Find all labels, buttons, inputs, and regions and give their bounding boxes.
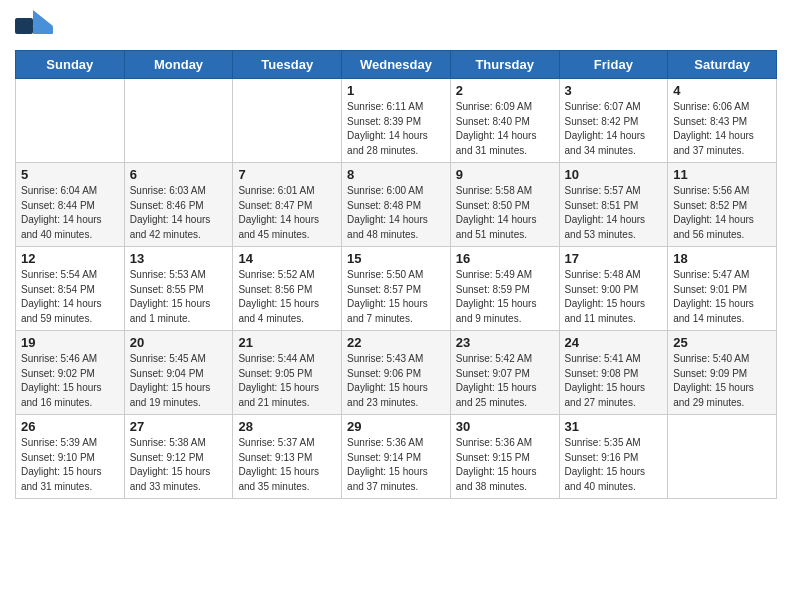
- day-number: 27: [130, 419, 228, 434]
- day-info: Sunrise: 5:43 AMSunset: 9:06 PMDaylight:…: [347, 352, 445, 410]
- day-number: 28: [238, 419, 336, 434]
- day-number: 20: [130, 335, 228, 350]
- day-info: Sunrise: 5:38 AMSunset: 9:12 PMDaylight:…: [130, 436, 228, 494]
- day-info: Sunrise: 6:09 AMSunset: 8:40 PMDaylight:…: [456, 100, 554, 158]
- header-wednesday: Wednesday: [342, 51, 451, 79]
- day-number: 29: [347, 419, 445, 434]
- day-number: 11: [673, 167, 771, 182]
- day-number: 18: [673, 251, 771, 266]
- day-number: 21: [238, 335, 336, 350]
- day-number: 2: [456, 83, 554, 98]
- day-number: 10: [565, 167, 663, 182]
- calendar-day-26: 26Sunrise: 5:39 AMSunset: 9:10 PMDayligh…: [16, 415, 125, 499]
- day-info: Sunrise: 5:50 AMSunset: 8:57 PMDaylight:…: [347, 268, 445, 326]
- day-info: Sunrise: 5:53 AMSunset: 8:55 PMDaylight:…: [130, 268, 228, 326]
- day-number: 15: [347, 251, 445, 266]
- calendar-day-20: 20Sunrise: 5:45 AMSunset: 9:04 PMDayligh…: [124, 331, 233, 415]
- day-info: Sunrise: 5:36 AMSunset: 9:15 PMDaylight:…: [456, 436, 554, 494]
- day-info: Sunrise: 5:54 AMSunset: 8:54 PMDaylight:…: [21, 268, 119, 326]
- calendar-day-24: 24Sunrise: 5:41 AMSunset: 9:08 PMDayligh…: [559, 331, 668, 415]
- day-number: 19: [21, 335, 119, 350]
- day-number: 5: [21, 167, 119, 182]
- day-info: Sunrise: 6:11 AMSunset: 8:39 PMDaylight:…: [347, 100, 445, 158]
- day-number: 26: [21, 419, 119, 434]
- day-number: 9: [456, 167, 554, 182]
- day-info: Sunrise: 5:49 AMSunset: 8:59 PMDaylight:…: [456, 268, 554, 326]
- calendar-day-31: 31Sunrise: 5:35 AMSunset: 9:16 PMDayligh…: [559, 415, 668, 499]
- day-info: Sunrise: 5:48 AMSunset: 9:00 PMDaylight:…: [565, 268, 663, 326]
- calendar-table: SundayMondayTuesdayWednesdayThursdayFrid…: [15, 50, 777, 499]
- header-friday: Friday: [559, 51, 668, 79]
- day-info: Sunrise: 5:40 AMSunset: 9:09 PMDaylight:…: [673, 352, 771, 410]
- calendar-day-19: 19Sunrise: 5:46 AMSunset: 9:02 PMDayligh…: [16, 331, 125, 415]
- day-number: 30: [456, 419, 554, 434]
- day-info: Sunrise: 6:06 AMSunset: 8:43 PMDaylight:…: [673, 100, 771, 158]
- day-number: 24: [565, 335, 663, 350]
- calendar-day-17: 17Sunrise: 5:48 AMSunset: 9:00 PMDayligh…: [559, 247, 668, 331]
- day-info: Sunrise: 5:57 AMSunset: 8:51 PMDaylight:…: [565, 184, 663, 242]
- calendar-day-22: 22Sunrise: 5:43 AMSunset: 9:06 PMDayligh…: [342, 331, 451, 415]
- calendar-day-4: 4Sunrise: 6:06 AMSunset: 8:43 PMDaylight…: [668, 79, 777, 163]
- day-number: 17: [565, 251, 663, 266]
- day-number: 4: [673, 83, 771, 98]
- header-saturday: Saturday: [668, 51, 777, 79]
- calendar-day-29: 29Sunrise: 5:36 AMSunset: 9:14 PMDayligh…: [342, 415, 451, 499]
- calendar-day-2: 2Sunrise: 6:09 AMSunset: 8:40 PMDaylight…: [450, 79, 559, 163]
- day-info: Sunrise: 5:46 AMSunset: 9:02 PMDaylight:…: [21, 352, 119, 410]
- day-info: Sunrise: 5:37 AMSunset: 9:13 PMDaylight:…: [238, 436, 336, 494]
- calendar-day-3: 3Sunrise: 6:07 AMSunset: 8:42 PMDaylight…: [559, 79, 668, 163]
- day-info: Sunrise: 5:36 AMSunset: 9:14 PMDaylight:…: [347, 436, 445, 494]
- day-info: Sunrise: 6:00 AMSunset: 8:48 PMDaylight:…: [347, 184, 445, 242]
- calendar-day-16: 16Sunrise: 5:49 AMSunset: 8:59 PMDayligh…: [450, 247, 559, 331]
- day-number: 23: [456, 335, 554, 350]
- header-thursday: Thursday: [450, 51, 559, 79]
- day-number: 8: [347, 167, 445, 182]
- day-info: Sunrise: 6:04 AMSunset: 8:44 PMDaylight:…: [21, 184, 119, 242]
- calendar-day-21: 21Sunrise: 5:44 AMSunset: 9:05 PMDayligh…: [233, 331, 342, 415]
- calendar-day-7: 7Sunrise: 6:01 AMSunset: 8:47 PMDaylight…: [233, 163, 342, 247]
- calendar-day-18: 18Sunrise: 5:47 AMSunset: 9:01 PMDayligh…: [668, 247, 777, 331]
- day-number: 6: [130, 167, 228, 182]
- calendar-day-15: 15Sunrise: 5:50 AMSunset: 8:57 PMDayligh…: [342, 247, 451, 331]
- day-info: Sunrise: 5:41 AMSunset: 9:08 PMDaylight:…: [565, 352, 663, 410]
- day-info: Sunrise: 5:39 AMSunset: 9:10 PMDaylight:…: [21, 436, 119, 494]
- day-number: 31: [565, 419, 663, 434]
- day-number: 7: [238, 167, 336, 182]
- calendar-day-6: 6Sunrise: 6:03 AMSunset: 8:46 PMDaylight…: [124, 163, 233, 247]
- calendar-week-4: 19Sunrise: 5:46 AMSunset: 9:02 PMDayligh…: [16, 331, 777, 415]
- svg-marker-1: [33, 10, 53, 26]
- day-info: Sunrise: 6:07 AMSunset: 8:42 PMDaylight:…: [565, 100, 663, 158]
- calendar-day-10: 10Sunrise: 5:57 AMSunset: 8:51 PMDayligh…: [559, 163, 668, 247]
- calendar-day-13: 13Sunrise: 5:53 AMSunset: 8:55 PMDayligh…: [124, 247, 233, 331]
- day-info: Sunrise: 6:03 AMSunset: 8:46 PMDaylight:…: [130, 184, 228, 242]
- empty-cell: [668, 415, 777, 499]
- day-number: 1: [347, 83, 445, 98]
- day-info: Sunrise: 5:44 AMSunset: 9:05 PMDaylight:…: [238, 352, 336, 410]
- svg-rect-0: [15, 18, 33, 34]
- calendar-week-1: 1Sunrise: 6:11 AMSunset: 8:39 PMDaylight…: [16, 79, 777, 163]
- empty-cell: [233, 79, 342, 163]
- calendar-day-28: 28Sunrise: 5:37 AMSunset: 9:13 PMDayligh…: [233, 415, 342, 499]
- calendar-day-5: 5Sunrise: 6:04 AMSunset: 8:44 PMDaylight…: [16, 163, 125, 247]
- calendar-day-30: 30Sunrise: 5:36 AMSunset: 9:15 PMDayligh…: [450, 415, 559, 499]
- day-number: 3: [565, 83, 663, 98]
- header-monday: Monday: [124, 51, 233, 79]
- calendar-day-1: 1Sunrise: 6:11 AMSunset: 8:39 PMDaylight…: [342, 79, 451, 163]
- calendar-header-row: SundayMondayTuesdayWednesdayThursdayFrid…: [16, 51, 777, 79]
- day-number: 14: [238, 251, 336, 266]
- day-number: 16: [456, 251, 554, 266]
- day-info: Sunrise: 5:42 AMSunset: 9:07 PMDaylight:…: [456, 352, 554, 410]
- logo: [15, 10, 57, 42]
- day-info: Sunrise: 5:56 AMSunset: 8:52 PMDaylight:…: [673, 184, 771, 242]
- empty-cell: [124, 79, 233, 163]
- empty-cell: [16, 79, 125, 163]
- calendar-day-11: 11Sunrise: 5:56 AMSunset: 8:52 PMDayligh…: [668, 163, 777, 247]
- day-info: Sunrise: 5:47 AMSunset: 9:01 PMDaylight:…: [673, 268, 771, 326]
- calendar-day-25: 25Sunrise: 5:40 AMSunset: 9:09 PMDayligh…: [668, 331, 777, 415]
- day-number: 22: [347, 335, 445, 350]
- svg-rect-2: [33, 26, 53, 34]
- day-info: Sunrise: 6:01 AMSunset: 8:47 PMDaylight:…: [238, 184, 336, 242]
- header-tuesday: Tuesday: [233, 51, 342, 79]
- day-info: Sunrise: 5:35 AMSunset: 9:16 PMDaylight:…: [565, 436, 663, 494]
- day-number: 25: [673, 335, 771, 350]
